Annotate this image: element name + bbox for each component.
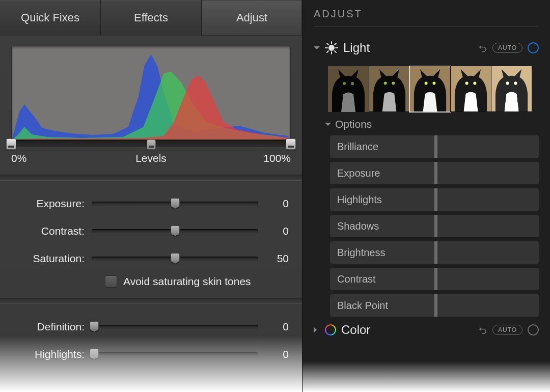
exposure-slider[interactable]: [92, 202, 258, 206]
options-header[interactable]: Options: [325, 118, 539, 130]
slider-midmark: [434, 188, 437, 211]
svg-point-19: [432, 82, 435, 85]
option-exposure[interactable]: Exposure: [330, 162, 539, 184]
light-thumb[interactable]: [369, 66, 409, 112]
svg-point-18: [425, 82, 428, 85]
iphoto-adjust-panel: Quick Fixes Effects Adjust 0% Levels 100…: [0, 0, 302, 392]
color-section-name: Color: [341, 323, 473, 337]
slider-midmark: [434, 241, 437, 264]
slider-midmark: [434, 135, 437, 158]
tab-bar: Quick Fixes Effects Adjust: [0, 0, 302, 36]
levels-handle-white[interactable]: [286, 138, 296, 150]
enable-ring[interactable]: [528, 42, 539, 53]
skin-tones-label: Avoid saturating skin tones: [123, 275, 251, 288]
panel-title: ADJUST: [314, 8, 539, 26]
contrast-value: 0: [265, 225, 289, 237]
skin-tones-checkbox[interactable]: [105, 275, 117, 288]
option-contrast[interactable]: Contrast: [330, 268, 539, 290]
option-label: Contrast: [330, 273, 376, 285]
levels-max-label: 100%: [263, 152, 291, 164]
levels-min-label: 0%: [11, 152, 26, 164]
slider-label: Definition:: [13, 321, 85, 333]
option-label: Black Point: [330, 300, 388, 312]
divider: [0, 298, 302, 304]
chevron-down-icon: [314, 46, 320, 52]
slider-label: Saturation:: [13, 253, 85, 265]
slider-label: Highlights:: [13, 348, 85, 360]
highlights-slider[interactable]: [92, 352, 258, 356]
svg-point-16: [392, 82, 395, 85]
slider-knob[interactable]: [171, 253, 180, 263]
slider-knob[interactable]: [171, 198, 180, 208]
levels-handle-mid[interactable]: [147, 139, 156, 150]
light-thumb-selected[interactable]: [409, 66, 450, 112]
option-label: Highlights: [330, 194, 382, 206]
svg-point-13: [351, 82, 354, 85]
light-thumbnails: [328, 66, 539, 112]
option-label: Brightness: [330, 247, 386, 259]
skin-tones-checkbox-row: Avoid saturating skin tones: [105, 275, 289, 288]
slider-exposure-row: Exposure: 0: [13, 190, 289, 217]
slider-highlights-row: Highlights: 0: [13, 341, 289, 368]
light-section-header[interactable]: Light AUTO: [314, 39, 539, 57]
levels-title: Levels: [135, 152, 167, 164]
svg-point-24: [506, 82, 509, 85]
svg-point-15: [384, 82, 387, 85]
light-thumb[interactable]: [491, 66, 532, 112]
svg-line-9: [335, 43, 336, 45]
option-label: Shadows: [330, 220, 379, 232]
option-label: Brilliance: [330, 141, 378, 153]
light-thumb[interactable]: [450, 66, 491, 112]
option-brilliance[interactable]: Brilliance: [330, 135, 539, 158]
auto-button[interactable]: AUTO: [492, 43, 522, 53]
sun-icon: [325, 41, 338, 54]
levels-handle-black[interactable]: [6, 138, 16, 150]
saturation-slider[interactable]: [92, 257, 258, 261]
saturation-value: 50: [265, 253, 289, 265]
tab-quick-fixes[interactable]: Quick Fixes: [0, 0, 101, 36]
option-highlights[interactable]: Highlights: [330, 188, 539, 211]
chevron-right-icon: [314, 327, 320, 333]
tab-effects[interactable]: Effects: [101, 0, 202, 36]
color-wheel-icon: [325, 324, 336, 335]
option-black-point[interactable]: Black Point: [330, 294, 539, 317]
slider-label: Exposure:: [13, 198, 85, 210]
slider-definition-row: Definition: 0: [13, 313, 289, 341]
svg-point-22: [473, 82, 476, 85]
slider-label: Contrast:: [13, 225, 85, 237]
levels-labels: 0% Levels 100%: [11, 152, 291, 164]
chevron-down-icon: [325, 123, 331, 129]
slider-midmark: [434, 215, 437, 237]
color-section-header[interactable]: Color AUTO: [314, 321, 539, 339]
slider-midmark: [434, 294, 437, 317]
definition-slider[interactable]: [92, 325, 258, 329]
light-section-name: Light: [343, 41, 473, 55]
auto-button[interactable]: AUTO: [492, 325, 522, 335]
fade-overlay: [302, 361, 550, 392]
slider-knob[interactable]: [90, 349, 99, 359]
divider: [0, 175, 302, 181]
contrast-slider[interactable]: [92, 229, 258, 233]
svg-point-12: [343, 82, 346, 85]
svg-line-7: [327, 43, 328, 45]
photos-adjust-panel: ADJUST Light AUTO: [302, 0, 550, 392]
enable-ring[interactable]: [528, 324, 539, 335]
slider-saturation-row: Saturation: 50: [13, 245, 289, 272]
svg-line-10: [327, 51, 328, 52]
rule: [314, 26, 539, 26]
slider-knob[interactable]: [90, 321, 99, 331]
slider-midmark: [434, 268, 437, 290]
exposure-value: 0: [265, 198, 289, 210]
options-label: Options: [335, 118, 372, 130]
light-thumb[interactable]: [328, 66, 369, 112]
tab-adjust[interactable]: Adjust: [202, 0, 302, 36]
undo-icon[interactable]: [478, 43, 487, 52]
levels-track[interactable]: [10, 140, 292, 147]
definition-value: 0: [265, 321, 289, 333]
slider-midmark: [434, 162, 437, 184]
slider-knob[interactable]: [171, 226, 180, 236]
option-shadows[interactable]: Shadows: [330, 215, 539, 237]
option-brightness[interactable]: Brightness: [330, 241, 539, 264]
svg-point-21: [465, 82, 469, 85]
undo-icon[interactable]: [478, 325, 487, 334]
